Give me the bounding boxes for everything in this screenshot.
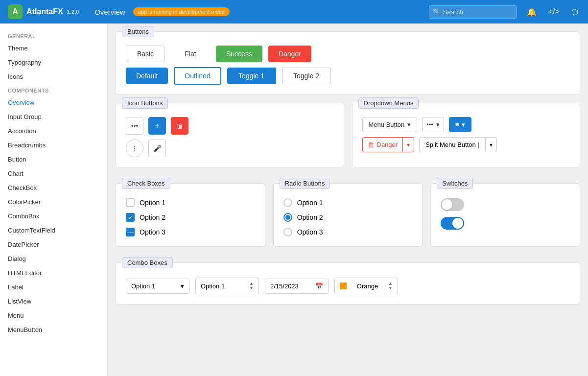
sidebar-item-chart[interactable]: Chart <box>0 166 107 181</box>
checkbox-option2[interactable]: ✓ Option 2 <box>126 213 255 222</box>
search-input[interactable] <box>429 5 517 19</box>
combo-spinner-1[interactable]: Option 1 ▲ ▼ <box>195 278 259 294</box>
sidebar-item-htmleditor[interactable]: HTMLEditor <box>0 266 107 280</box>
default-button[interactable]: Default <box>126 68 168 84</box>
sidebar-item-label[interactable]: Label <box>0 280 107 294</box>
combo-value-2: Option 1 <box>201 282 225 290</box>
success-button[interactable]: Success <box>216 46 262 62</box>
basic-button[interactable]: Basic <box>126 46 165 62</box>
sidebar-item-typography[interactable]: Typography <box>0 55 107 70</box>
mic-button[interactable]: 🎤 <box>148 140 166 157</box>
combo-color-spinner: ▲ ▼ <box>388 282 393 290</box>
radio-option1[interactable]: Option 1 <box>283 198 413 207</box>
radio-label-3: Option 3 <box>297 228 323 236</box>
dots-v-button[interactable]: ⋮ <box>126 140 143 157</box>
buttons-row-1: Basic Flat Success Danger <box>126 46 570 62</box>
switch-thumb-1 <box>442 199 452 210</box>
sidebar-item-menu[interactable]: Menu <box>0 308 107 323</box>
radio-label-1: Option 1 <box>297 199 323 207</box>
app-header: A AtlantaFX 1.2.0 Overview app is runnin… <box>0 0 588 24</box>
sidebar-general-label: GENERAL <box>0 29 107 41</box>
radio-option2[interactable]: Option 2 <box>283 213 413 222</box>
combo-color[interactable]: Orange ▲ ▼ <box>334 278 398 294</box>
checkbox-option3[interactable]: — Option 3 <box>126 228 255 236</box>
sidebar-item-listview[interactable]: ListView <box>0 294 107 308</box>
buttons-grid: Basic Flat Success Danger Default Outlin… <box>126 46 570 85</box>
menu-button[interactable]: Menu Button ▾ <box>362 117 418 132</box>
dropdown-menus-title: Dropdown Menus <box>358 97 419 109</box>
dev-mode-badge: app is running in development mode <box>133 7 230 16</box>
outlined-button[interactable]: Outlined <box>174 67 221 85</box>
checkbox-box-2: ✓ <box>126 213 135 222</box>
header-actions: 🔔 </> ⬡ <box>525 5 580 19</box>
app-name: AtlantaFX <box>26 7 63 16</box>
radio-circle-2 <box>283 213 292 222</box>
menu-button-label: Menu Button <box>369 121 405 128</box>
danger-dropdown-arrow[interactable]: ▾ <box>403 138 414 152</box>
calendar-icon: 📅 <box>315 282 323 290</box>
combo-date-value: 2/15/2023 <box>270 282 299 290</box>
combo-color-value: Orange <box>357 282 378 290</box>
combo-arrow-1: ▾ <box>181 282 184 290</box>
trash-button[interactable]: 🗑 <box>171 117 188 135</box>
search-container: 🔍 <box>429 5 517 19</box>
app-version: 1.2.0 <box>67 9 79 15</box>
plus-button[interactable]: ＋ <box>148 117 166 135</box>
sidebar-item-breadcrumbs[interactable]: Breadcrumbs <box>0 138 107 152</box>
sidebar-item-icons[interactable]: Icons <box>0 70 107 84</box>
combo-color-down[interactable]: ▼ <box>388 286 393 290</box>
sidebar-item-overview[interactable]: Overview <box>0 95 107 110</box>
dots-dropdown[interactable]: ••• ▾ <box>422 117 444 132</box>
color-swatch <box>340 282 347 289</box>
radio-buttons-card: Radio Buttons Option 1 Option 2 Option 3 <box>273 183 423 247</box>
sidebar-item-dialog[interactable]: Dialog <box>0 252 107 266</box>
checkbox-label-2: Option 2 <box>140 213 165 221</box>
combo-dropdown-1[interactable]: Option 1 ▾ <box>126 279 189 294</box>
page-title: Overview <box>94 8 125 16</box>
icon-buttons-title: Icon Buttons <box>122 97 168 109</box>
github-icon[interactable]: ⬡ <box>569 5 580 19</box>
split-menu-arrow[interactable]: ▾ <box>486 138 496 152</box>
dropdown-row-1: Menu Button ▾ ••• ▾ ≡ ▾ <box>362 117 570 132</box>
checkbox-option1[interactable]: Option 1 <box>126 198 255 207</box>
buttons-card: Buttons Basic Flat Success Danger Defaul… <box>116 31 580 95</box>
combo-down-arrow[interactable]: ▼ <box>249 286 254 290</box>
combo-date[interactable]: 2/15/2023 📅 <box>265 279 329 294</box>
flat-button[interactable]: Flat <box>171 46 210 62</box>
dots-h-button[interactable]: ••• <box>126 117 143 135</box>
sidebar-item-checkbox[interactable]: CheckBox <box>0 181 107 195</box>
sidebar-item-input-group[interactable]: Input Group <box>0 110 107 124</box>
danger-button[interactable]: Danger <box>268 46 311 62</box>
danger-dropdown-main[interactable]: 🗑 Danger <box>363 138 403 152</box>
sidebar-item-theme[interactable]: Theme <box>0 41 107 55</box>
sidebar-item-colorpicker[interactable]: ColorPicker <box>0 195 107 209</box>
radio-buttons-title: Radio Buttons <box>280 178 330 189</box>
switches-card: Switches <box>430 183 580 247</box>
radio-option3[interactable]: Option 3 <box>283 228 413 236</box>
sidebar-item-customtextfield[interactable]: CustomTextField <box>0 223 107 237</box>
switches-list <box>441 198 570 230</box>
combo-row: Option 1 ▾ Option 1 ▲ ▼ 2/15/2023 📅 <box>126 278 570 294</box>
split-menu-main[interactable]: Split Menu Button | <box>420 138 486 152</box>
sidebar-item-combobox[interactable]: ComboBox <box>0 209 107 223</box>
main-layout: GENERAL Theme Typography Icons COMPONENT… <box>0 24 588 376</box>
sidebar-item-menubutton[interactable]: MenuButton <box>0 323 107 337</box>
split-menu-button: Split Menu Button | ▾ <box>419 137 497 152</box>
sidebar-item-button[interactable]: Button <box>0 152 107 166</box>
app-logo: A AtlantaFX 1.2.0 <box>8 4 79 19</box>
switch-1[interactable] <box>441 198 464 211</box>
checkbox-label-3: Option 3 <box>140 228 165 236</box>
code-icon[interactable]: </> <box>546 5 562 18</box>
notifications-icon[interactable]: 🔔 <box>525 5 539 19</box>
switch-2[interactable] <box>441 217 464 230</box>
combo-value-1: Option 1 <box>131 282 155 290</box>
sidebar-item-accordion[interactable]: Accordion <box>0 124 107 138</box>
blue-menu-button[interactable]: ≡ ▾ <box>449 117 472 132</box>
check-boxes-title: Check Boxes <box>122 178 170 189</box>
sidebar: GENERAL Theme Typography Icons COMPONENT… <box>0 24 108 376</box>
buttons-card-title: Buttons <box>122 26 154 37</box>
toggle2-button[interactable]: Toggle 2 <box>282 68 331 84</box>
toggle1-button[interactable]: Toggle 1 <box>227 68 276 84</box>
sidebar-item-datepicker[interactable]: DatePicker <box>0 237 107 252</box>
switch-thumb-2 <box>452 218 463 229</box>
